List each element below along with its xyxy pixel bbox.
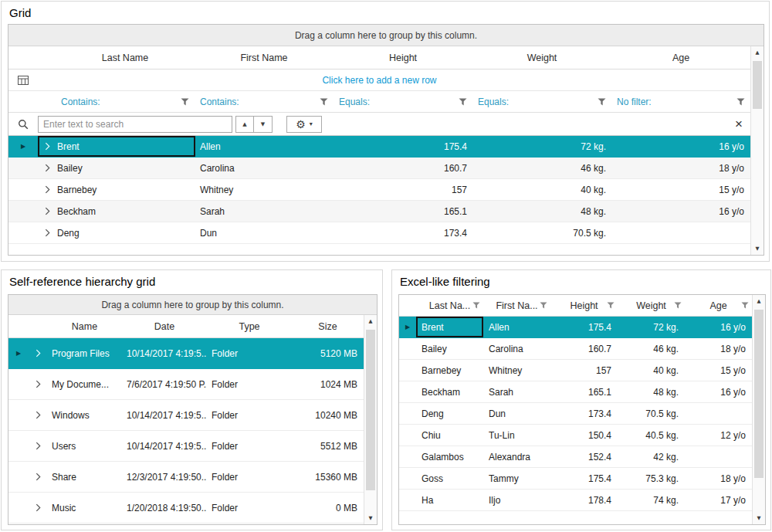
cell-weight[interactable]: 72 kg. — [618, 317, 685, 337]
filter-condition-label[interactable]: Contains: — [61, 97, 181, 107]
table-row[interactable]: ▶ Program Files 10/14/2017 4:19:5... Fol… — [8, 338, 364, 369]
cell-last-name[interactable]: Beckham — [416, 381, 483, 402]
cell-last-name[interactable]: Deng — [416, 403, 483, 424]
table-row[interactable]: ▶ Brent Allen 175.4 72 kg. 16 y/o — [8, 136, 750, 158]
scroll-down-button[interactable]: ▼ — [753, 512, 765, 524]
column-header[interactable]: Date — [122, 315, 207, 337]
cell-age[interactable]: 16 y/o — [612, 136, 750, 157]
cell-height[interactable]: 160.7 — [334, 158, 473, 178]
cell-name[interactable]: Share — [47, 462, 122, 492]
filter-funnel-icon[interactable] — [674, 302, 682, 309]
cell-type[interactable]: Folder — [207, 338, 292, 368]
cell-first-name[interactable]: Dun — [483, 403, 550, 424]
last-name-cell[interactable]: Barnebey — [38, 179, 195, 200]
cell-first-name[interactable]: Tammy — [483, 468, 550, 489]
cell-name[interactable]: Program Files — [47, 338, 122, 368]
cell-age[interactable] — [685, 446, 752, 467]
cell-height[interactable]: 175.4 — [550, 468, 618, 489]
cell-name[interactable]: Music — [47, 493, 122, 523]
column-header[interactable]: Age — [611, 46, 750, 69]
cell-height[interactable]: 173.4 — [334, 222, 473, 243]
expand-chevron-icon[interactable] — [36, 411, 41, 419]
scrollbar-thumb[interactable] — [753, 61, 762, 109]
cell-age[interactable]: 15 y/o — [612, 179, 750, 200]
scroll-up-button[interactable]: ▲ — [751, 46, 764, 59]
table-row[interactable]: ▶ Windows 10/14/2017 4:19:5... Folder 10… — [8, 400, 364, 431]
filter-funnel-icon[interactable] — [320, 98, 328, 106]
cell-size[interactable]: 5512 MB — [292, 431, 364, 461]
filter-funnel-icon[interactable] — [607, 302, 615, 309]
table-row[interactable]: ▶ Bailey Carolina 160.7 46 kg. 18 y/o — [399, 338, 752, 360]
cell-height[interactable]: 178.4 — [550, 490, 618, 510]
cell-weight[interactable]: 72 kg. — [473, 136, 612, 157]
cell-date[interactable]: 7/6/2017 4:19:50 P... — [122, 369, 207, 399]
scroll-down-button[interactable]: ▼ — [751, 242, 764, 255]
column-header[interactable]: First Na... — [483, 295, 550, 316]
expand-chevron-icon[interactable] — [45, 229, 50, 237]
scroll-down-button[interactable]: ▼ — [364, 512, 377, 524]
filter-funnel-icon[interactable] — [741, 302, 749, 309]
cell-type[interactable]: Folder — [207, 369, 292, 399]
scrollbar-thumb[interactable] — [754, 310, 764, 478]
cell-height[interactable]: 165.1 — [334, 201, 473, 222]
vertical-scrollbar[interactable]: ▲ ▼ — [752, 295, 765, 524]
table-row[interactable]: ▶ Users 10/14/2017 4:19:5... Folder 5512… — [8, 431, 364, 462]
column-header[interactable]: Age — [685, 295, 752, 316]
cell-height[interactable]: 160.7 — [550, 338, 618, 359]
cell-type[interactable]: Folder — [207, 400, 292, 430]
cell-height[interactable]: 157 — [550, 360, 618, 381]
cell-age[interactable]: 17 y/o — [685, 490, 752, 510]
expand-chevron-icon[interactable] — [36, 349, 41, 357]
cell-last-name[interactable]: Goss — [416, 468, 483, 489]
cell-age[interactable]: 16 y/o — [685, 317, 752, 337]
cell-weight[interactable]: 48 kg. — [618, 381, 685, 402]
column-header[interactable]: Last Na... — [416, 295, 483, 316]
cell-last-name[interactable]: Galambos — [416, 446, 483, 467]
table-row[interactable]: ▶ Bailey Carolina 160.7 46 kg. 18 y/o — [8, 158, 750, 179]
cell-first-name[interactable]: Sarah — [483, 381, 550, 402]
expand-chevron-icon[interactable] — [45, 142, 50, 151]
cell-height[interactable]: 157 — [334, 179, 473, 200]
cell-date[interactable]: 12/3/2017 4:19:50... — [122, 462, 207, 492]
cell-first-name[interactable]: Alexandra — [483, 446, 550, 467]
group-by-panel[interactable]: Drag a column here to group by this colu… — [8, 25, 764, 46]
cell-size[interactable]: 1024 MB — [292, 369, 364, 399]
filter-cell[interactable]: No filter: — [611, 91, 750, 112]
cell-first-name[interactable]: Whitney — [195, 179, 334, 200]
column-header[interactable]: Size — [292, 315, 364, 337]
filter-funnel-icon[interactable] — [598, 98, 606, 106]
filter-condition-label[interactable]: No filter: — [617, 97, 736, 107]
cell-first-name[interactable]: Tu-Lin — [483, 425, 550, 446]
vertical-scrollbar[interactable]: ▲ ▼ — [364, 315, 377, 524]
last-name-cell[interactable]: Beckham — [38, 201, 195, 222]
cell-size[interactable]: 0 MB — [292, 493, 364, 523]
cell-size[interactable]: 10240 MB — [292, 400, 364, 430]
filter-condition-label[interactable]: Contains: — [200, 97, 320, 107]
cell-date[interactable]: 10/14/2017 4:19:5... — [122, 431, 207, 461]
cell-age[interactable]: 12 y/o — [685, 425, 752, 446]
table-row[interactable]: ▶ Beckham Sarah 165.1 48 kg. 16 y/o — [8, 201, 750, 222]
search-prev-button[interactable]: ▲ — [235, 116, 254, 133]
filter-cell[interactable]: Contains: — [195, 91, 334, 112]
last-name-cell[interactable]: Bailey — [38, 158, 195, 178]
cell-first-name[interactable]: Whitney — [483, 360, 550, 381]
scroll-up-button[interactable]: ▲ — [364, 315, 377, 327]
expand-chevron-icon[interactable] — [36, 442, 41, 450]
filter-funnel-icon[interactable] — [540, 302, 547, 309]
column-header[interactable]: Weight — [618, 295, 685, 316]
cell-age[interactable]: 16 y/o — [685, 381, 752, 402]
cell-first-name[interactable]: Carolina — [483, 338, 550, 359]
cell-age[interactable]: 16 y/o — [612, 201, 750, 222]
cell-age[interactable]: 18 y/o — [612, 158, 750, 178]
expand-chevron-icon[interactable] — [36, 380, 41, 388]
scrollbar-thumb[interactable] — [366, 330, 375, 490]
cell-name[interactable]: Windows — [47, 400, 122, 430]
filter-funnel-icon[interactable] — [181, 98, 189, 106]
scroll-up-button[interactable]: ▲ — [753, 295, 765, 307]
filter-condition-label[interactable]: Equals: — [339, 97, 459, 107]
column-header[interactable]: Height — [334, 46, 472, 69]
table-row[interactable]: ▶ Barnebey Whitney 157 40 kg. 15 y/o — [8, 179, 750, 201]
cell-weight[interactable]: 74 kg. — [618, 490, 685, 510]
cell-first-name[interactable]: Sarah — [195, 201, 334, 222]
cell-weight[interactable]: 46 kg. — [473, 158, 612, 178]
